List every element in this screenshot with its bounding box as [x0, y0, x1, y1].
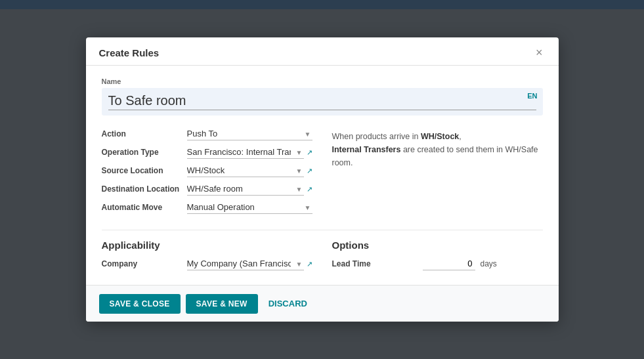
background-navbar [0, 0, 644, 9]
applicability-section: Applicability Company My Company (San Fr… [102, 240, 312, 276]
info-line1-pre: When products arrive in [332, 132, 421, 141]
language-badge: EN [527, 92, 537, 100]
modal-footer: SAVE & CLOSE SAVE & NEW DISCARD [86, 285, 559, 322]
discard-button[interactable]: DISCARD [263, 293, 312, 314]
name-input[interactable] [108, 93, 536, 110]
action-select-wrapper: Push To Pull From Push & Pull ▼ [187, 127, 312, 140]
modal-title: Create Rules [99, 47, 160, 58]
modal-overlay: Create Rules × Name EN Action [0, 0, 644, 359]
info-line1-bold: WH/Stock [421, 132, 459, 141]
automatic-move-select-wrapper: Manual Operation Automatic No Step Added… [187, 201, 312, 214]
section-divider [102, 230, 543, 230]
action-row: Action Push To Pull From Push & Pull ▼ [102, 127, 312, 140]
name-section: Name EN [102, 77, 543, 116]
options-heading: Options [332, 240, 543, 251]
save-close-button[interactable]: SAVE & CLOSE [99, 294, 181, 314]
two-col-section: Applicability Company My Company (San Fr… [102, 240, 543, 276]
operation-type-row: Operation Type San Francisco: Internal T… [102, 146, 312, 159]
form-left: Action Push To Pull From Push & Pull ▼ [102, 127, 312, 219]
lead-time-unit: days [481, 259, 497, 268]
destination-location-value: WH/Safe room ▼ ↗ [187, 182, 312, 196]
destination-location-external-link-icon[interactable]: ↗ [307, 185, 312, 194]
info-line1-post: , [459, 132, 461, 141]
options-section: Options Lead Time days [332, 240, 543, 276]
source-location-row: Source Location WH/Stock ▼ ↗ [102, 164, 312, 177]
destination-location-row: Destination Location WH/Safe room ▼ ↗ [102, 182, 312, 196]
destination-location-label: Destination Location [102, 184, 187, 194]
company-select[interactable]: My Company (San Francisco) [187, 257, 304, 270]
automatic-move-value: Manual Operation Automatic No Step Added… [187, 201, 312, 214]
company-select-wrapper: My Company (San Francisco) ▼ [187, 257, 304, 270]
lead-time-input[interactable] [423, 257, 475, 270]
info-line2-bold: Internal Transfers [332, 145, 401, 154]
source-location-external-link-icon[interactable]: ↗ [307, 167, 312, 175]
automatic-move-select[interactable]: Manual Operation Automatic No Step Added… [187, 201, 312, 214]
save-new-button[interactable]: SAVE & NEW [186, 294, 258, 314]
automatic-move-row: Automatic Move Manual Operation Automati… [102, 201, 312, 214]
automatic-move-label: Automatic Move [102, 203, 187, 212]
operation-type-label: Operation Type [102, 148, 187, 157]
source-location-label: Source Location [102, 166, 187, 175]
operation-type-select-wrapper: San Francisco: Internal Transfers ▼ [187, 146, 304, 159]
name-input-wrapper: EN [102, 88, 543, 116]
source-location-value: WH/Stock ▼ ↗ [187, 164, 312, 177]
lead-time-row: Lead Time days [332, 257, 543, 270]
applicability-heading: Applicability [102, 240, 312, 251]
info-text: When products arrive in WH/Stock, Intern… [332, 130, 543, 169]
operation-type-select[interactable]: San Francisco: Internal Transfers [187, 146, 304, 159]
lead-time-label: Lead Time [332, 259, 418, 268]
company-value: My Company (San Francisco) ▼ ↗ [187, 257, 312, 270]
destination-location-select[interactable]: WH/Safe room [187, 182, 304, 196]
form-right-info: When products arrive in WH/Stock, Intern… [332, 127, 543, 219]
action-label: Action [102, 129, 187, 138]
company-label: Company [102, 259, 187, 268]
create-rules-modal: Create Rules × Name EN Action [86, 37, 559, 322]
company-external-link-icon[interactable]: ↗ [307, 260, 312, 268]
modal-header: Create Rules × [86, 37, 559, 66]
company-row: Company My Company (San Francisco) ▼ ↗ [102, 257, 312, 270]
operation-type-external-link-icon[interactable]: ↗ [307, 148, 312, 157]
source-location-select-wrapper: WH/Stock ▼ [187, 164, 304, 177]
name-label: Name [102, 77, 543, 85]
destination-location-select-wrapper: WH/Safe room ▼ [187, 182, 304, 196]
close-button[interactable]: × [533, 47, 546, 58]
modal-body: Name EN Action Push To [86, 66, 559, 285]
action-select[interactable]: Push To Pull From Push & Pull [187, 127, 312, 140]
action-value: Push To Pull From Push & Pull ▼ [187, 127, 312, 140]
form-grid: Action Push To Pull From Push & Pull ▼ [102, 127, 543, 219]
source-location-select[interactable]: WH/Stock [187, 164, 304, 177]
operation-type-value: San Francisco: Internal Transfers ▼ ↗ [187, 146, 312, 159]
